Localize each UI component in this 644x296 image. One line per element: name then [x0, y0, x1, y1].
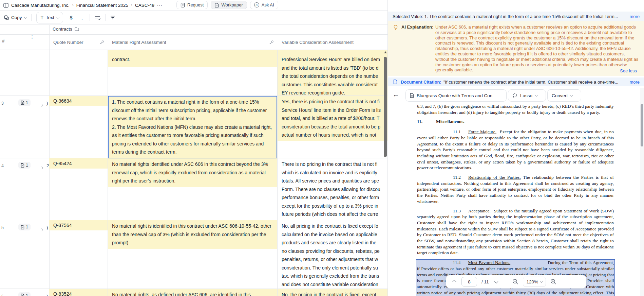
quote-cell[interactable]: Q-83524	[49, 289, 108, 296]
cell-value: Professional Services Hours' are billed …	[278, 50, 387, 95]
currency-format-button[interactable]: $	[68, 15, 75, 20]
document-count-chip[interactable]: 1	[18, 224, 31, 230]
lasso-label: Lasso	[520, 93, 532, 98]
clipped-column-text: )	[46, 294, 49, 296]
table-row: 3 1 ) Q-36634 1. The contract contains a…	[0, 96, 387, 158]
column-header-row: Quote Number Material Right Assessment V…	[0, 34, 387, 50]
filter-button[interactable]	[110, 15, 115, 20]
expand-row-chevron[interactable]	[41, 295, 43, 296]
variable-consideration-cell[interactable]: Professional Services Hours' are billed …	[278, 50, 387, 95]
convert-button[interactable]: Convert	[547, 89, 581, 102]
row-gutter: 3 1	[0, 99, 49, 108]
text-style-dropdown[interactable]: T Text	[36, 12, 63, 23]
table-group-header: Contracts	[0, 25, 387, 34]
cell-value: No, the pricing in the contract is fixed…	[278, 289, 387, 296]
file-name-chip[interactable]: Bluegrass Quote with Terms and Con	[405, 89, 507, 102]
comma-format-button[interactable]: ,	[79, 15, 85, 20]
doc-icon	[21, 225, 24, 229]
cell-value: Yes, there is pricing in the contract th…	[278, 96, 387, 141]
pdf-pager-bar: 8 / 11 120%	[446, 275, 586, 289]
page-number-input[interactable]: 8	[461, 277, 477, 286]
table-row: 6 1 ) Q-83524 No material rights, as def…	[0, 289, 387, 296]
column-header-material-right[interactable]: Material Right Assessment	[108, 35, 278, 50]
quote-cell[interactable]: Q-36634	[49, 96, 108, 158]
material-right-cell[interactable]: No material rights, as defined under ASC…	[108, 289, 278, 296]
pdf-paragraph-11-2: 11.2Relationship of the Parties. The rel…	[417, 174, 614, 205]
cell-value: No material right is identified in this …	[108, 220, 277, 249]
document-count-chip[interactable]: 1	[18, 292, 31, 296]
key-icon[interactable]	[269, 40, 274, 45]
formatting-toolbar: Copy T Text $ ,	[0, 10, 387, 24]
ai-explanation-label: AI Explanation:	[401, 24, 435, 73]
column-header-variable-consideration[interactable]: Variable Consideration Assessment	[278, 35, 387, 50]
zoom-in-button[interactable]	[550, 279, 556, 285]
clipped-column-text: )	[46, 101, 49, 106]
expand-row-chevron[interactable]	[41, 102, 43, 108]
clipped-column-text: )	[46, 225, 49, 230]
previous-page-button[interactable]	[452, 279, 457, 284]
group-title-contracts[interactable]: Contracts	[53, 27, 79, 32]
citation-more-link[interactable]: more	[629, 80, 640, 85]
zoom-level-value: 120%	[527, 279, 538, 284]
material-right-cell[interactable]: No material rights identified under ASC …	[108, 158, 278, 220]
next-page-button[interactable]	[493, 279, 499, 284]
variable-consideration-cell[interactable]: No, the pricing in the contract is fixed…	[278, 289, 387, 296]
breadcrumb-separator: ›	[131, 3, 132, 7]
page-total-label: / 11	[481, 279, 489, 284]
at-icon: a	[254, 2, 259, 7]
key-icon[interactable]	[99, 40, 104, 45]
material-right-cell-selected[interactable]: 1. The contract contains a material righ…	[108, 96, 278, 158]
file-name: Bluegrass Quote with Terms and Con	[417, 93, 502, 98]
cell-value: 1. The contract contains a material righ…	[108, 96, 277, 158]
window-icon	[3, 3, 8, 8]
pdf-scrollbar[interactable]	[640, 88, 644, 296]
breadcrumb-workpaper-id[interactable]: CASC-49	[135, 3, 154, 8]
request-label: Request	[187, 2, 204, 7]
request-button[interactable]: Request	[176, 1, 208, 9]
quote-cell[interactable]: Q-37564	[49, 220, 108, 289]
scrollbar-thumb[interactable]	[641, 104, 643, 146]
filter-icon	[110, 15, 115, 20]
table-scrollbar[interactable]	[383, 50, 387, 296]
see-less-link[interactable]: See less	[620, 68, 637, 73]
material-right-cell[interactable]: No material right is identified in this …	[108, 220, 278, 289]
ask-ai-button[interactable]: a Ask AI	[250, 1, 278, 9]
variable-consideration-cell[interactable]: Yes, there is pricing in the contract th…	[278, 96, 387, 158]
zoom-level-dropdown[interactable]: 120%	[523, 277, 546, 287]
row-gutter: 6 1	[0, 292, 49, 296]
breadcrumb-overflow-menu[interactable]: ···	[157, 3, 163, 8]
workpaper-button[interactable]: Workpaper	[211, 1, 247, 9]
wrap-text-button[interactable]	[95, 15, 100, 20]
pdf-section-heading: 11.Miscellaneous.	[417, 119, 614, 125]
document-count-chip[interactable]: 1	[18, 162, 31, 169]
row-number: 6	[1, 294, 4, 296]
document-citation-text: "If customer renews the contract after t…	[443, 80, 629, 85]
scroll-up-arrow[interactable]	[384, 51, 387, 53]
quote-cell[interactable]	[49, 50, 108, 95]
document-count-chip[interactable]: 1	[18, 99, 31, 106]
zoom-out-button[interactable]	[512, 279, 518, 285]
cell-value: There is no pricing in the contract that…	[278, 158, 387, 220]
breadcrumb: Cascade Manufacturing, Inc. › Financial …	[3, 0, 163, 10]
lasso-tool-button[interactable]: Lasso	[508, 89, 546, 102]
expand-row-chevron[interactable]	[41, 164, 43, 170]
material-right-cell[interactable]: contract.	[108, 50, 278, 95]
back-arrow-button[interactable]: ←	[393, 91, 399, 99]
doc-count: 1	[26, 163, 28, 168]
chevron-down-icon	[24, 16, 27, 19]
table-row: 5 1 ) Q-37564 No material right is ident…	[0, 220, 387, 289]
workpaper-icon	[215, 3, 219, 7]
scrollbar-thumb[interactable]	[384, 57, 387, 157]
copy-button[interactable]: Copy	[4, 15, 26, 20]
quote-cell[interactable]: Q-85424	[49, 158, 108, 220]
variable-consideration-cell[interactable]: There is no pricing in the contract that…	[278, 158, 387, 220]
selected-value-text: Selected Value: 1. The contract contains…	[393, 14, 629, 19]
doc-icon	[21, 163, 24, 168]
row-number: 3	[1, 101, 4, 106]
expand-row-chevron[interactable]	[41, 226, 43, 232]
selected-value-more-link[interactable]: more	[629, 14, 640, 19]
breadcrumb-statement[interactable]: Financial Statement 2025	[76, 3, 128, 8]
variable-consideration-cell[interactable]: No, all pricing in the contract is fixed…	[278, 220, 387, 289]
breadcrumb-app[interactable]: Cascade Manufacturing, Inc.	[11, 3, 70, 8]
copy-label: Copy	[11, 15, 22, 20]
